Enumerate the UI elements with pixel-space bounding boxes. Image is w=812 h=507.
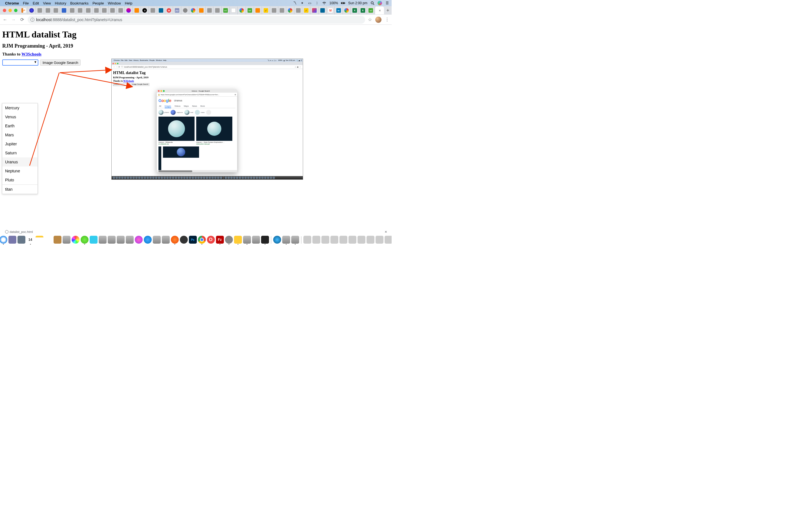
browser-tab[interactable] xyxy=(133,6,141,14)
browser-tab[interactable] xyxy=(100,6,109,14)
close-tab-icon[interactable]: ✕ xyxy=(378,9,381,12)
menu-file[interactable]: File xyxy=(23,1,29,5)
browser-tab[interactable]: php xyxy=(173,6,181,14)
dock-paintbrush[interactable] xyxy=(243,236,251,244)
browser-tab[interactable]: w3 xyxy=(221,6,230,14)
browser-tab[interactable] xyxy=(44,6,52,14)
browser-tab[interactable] xyxy=(230,6,238,14)
dock-appstore[interactable] xyxy=(144,236,152,244)
download-filename[interactable]: datalist_poc.html xyxy=(10,230,33,233)
browser-tab[interactable] xyxy=(278,6,287,14)
dock-stack[interactable] xyxy=(385,236,392,244)
browser-tab[interactable] xyxy=(294,6,303,14)
forward-button[interactable]: → xyxy=(11,17,16,22)
dock-stack[interactable] xyxy=(321,236,329,244)
dock-firefox[interactable] xyxy=(171,236,179,244)
dock-app[interactable] xyxy=(99,236,107,244)
dock-app[interactable] xyxy=(252,236,260,244)
browser-tab[interactable] xyxy=(157,6,165,14)
dock-itunes[interactable] xyxy=(135,236,143,244)
menu-edit[interactable]: Edit xyxy=(33,1,39,5)
datalist-option-pluto[interactable]: Pluto xyxy=(2,175,38,184)
maximize-window-button[interactable] xyxy=(14,9,17,12)
dock-stack[interactable] xyxy=(349,236,356,244)
dock-messages[interactable] xyxy=(81,236,89,244)
download-close-icon[interactable]: ✕ xyxy=(385,230,387,234)
browser-tab[interactable] xyxy=(52,6,60,14)
chrome-menu-icon[interactable]: ⋮ xyxy=(385,17,389,22)
browser-tab[interactable] xyxy=(189,6,197,14)
datalist-option-jupiter[interactable]: Jupiter xyxy=(2,139,38,149)
browser-tab[interactable] xyxy=(181,6,190,14)
dock-stack[interactable] xyxy=(340,236,347,244)
datalist-option-mercury[interactable]: Mercury xyxy=(2,103,38,112)
site-info-icon[interactable]: i xyxy=(31,18,35,22)
menu-view[interactable]: View xyxy=(43,1,51,5)
dock-quicktime[interactable] xyxy=(273,236,281,244)
browser-tab[interactable] xyxy=(310,6,319,14)
browser-tab[interactable] xyxy=(270,6,278,14)
dock-notes[interactable] xyxy=(36,236,43,244)
dock-app[interactable] xyxy=(162,236,170,244)
browser-tab[interactable] xyxy=(197,6,206,14)
browser-tab[interactable]: in xyxy=(335,6,343,14)
dock-app[interactable] xyxy=(180,236,188,244)
dock-safari[interactable] xyxy=(0,236,7,244)
address-bar[interactable]: i localhost:8888/datalist_poc.html?plane… xyxy=(28,16,365,24)
minimize-window-button[interactable] xyxy=(8,9,12,12)
browser-tab[interactable]: cP xyxy=(20,6,28,14)
browser-tab[interactable]: M xyxy=(326,6,335,14)
browser-tab[interactable] xyxy=(68,6,77,14)
browser-tab-active[interactable]: ✕ xyxy=(375,6,384,14)
dock-stack[interactable] xyxy=(331,236,338,244)
browser-tab[interactable]: M xyxy=(165,6,173,14)
browser-tab[interactable] xyxy=(76,6,84,14)
datalist-option-uranus[interactable]: Uranus xyxy=(2,158,38,166)
menubar-app-name[interactable]: Chrome xyxy=(5,1,19,5)
dock-stack[interactable] xyxy=(303,236,311,244)
datalist-option-mars[interactable]: Mars xyxy=(2,130,38,139)
dock-app[interactable] xyxy=(126,236,134,244)
dock-photos[interactable] xyxy=(71,236,80,244)
dock-app[interactable] xyxy=(90,236,98,244)
dock-chrome[interactable] xyxy=(198,236,206,244)
bookmark-star-icon[interactable]: ☆ xyxy=(368,17,372,22)
browser-tab[interactable] xyxy=(319,6,327,14)
dock-app[interactable] xyxy=(108,236,116,244)
datalist-option-neptune[interactable]: Neptune xyxy=(2,166,38,175)
menu-help[interactable]: Help xyxy=(125,1,133,5)
menubar-clock[interactable]: Sun 2:00 pm xyxy=(348,1,367,5)
dock-app[interactable] xyxy=(153,236,161,244)
browser-tab[interactable] xyxy=(124,6,133,14)
siri-icon[interactable] xyxy=(377,1,382,5)
dock-stack[interactable] xyxy=(312,236,320,244)
menu-history[interactable]: History xyxy=(55,1,66,5)
datalist-option-earth[interactable]: Earth xyxy=(2,121,38,130)
dock-app[interactable] xyxy=(8,236,16,244)
datalist-option-venus[interactable]: Venus xyxy=(2,112,38,121)
browser-tab[interactable]: w3 xyxy=(246,6,254,14)
dock-stack[interactable] xyxy=(366,236,374,244)
dock-stack[interactable] xyxy=(375,236,384,244)
wifi-icon[interactable] xyxy=(322,1,326,5)
w3schools-link[interactable]: W3Schools xyxy=(21,52,42,56)
dock-app[interactable] xyxy=(234,236,242,244)
dock-app[interactable] xyxy=(282,236,290,244)
dock-opera[interactable]: O xyxy=(207,236,215,244)
browser-tab[interactable]: X xyxy=(351,6,359,14)
menubar-status-icon[interactable]: ✴ xyxy=(300,1,305,5)
bluetooth-icon[interactable]: ᛒ xyxy=(315,1,319,5)
dock-app[interactable] xyxy=(54,236,61,244)
browser-tab[interactable] xyxy=(213,6,221,14)
browser-tab[interactable] xyxy=(286,6,294,14)
browser-tab[interactable] xyxy=(84,6,93,14)
profile-avatar[interactable] xyxy=(375,17,382,23)
browser-tab[interactable] xyxy=(206,6,214,14)
dock-filezilla[interactable]: Fz xyxy=(216,236,224,244)
browser-tab[interactable] xyxy=(60,6,68,14)
planet-datalist-input[interactable]: ▼ xyxy=(2,59,38,66)
image-search-button[interactable]: Image Google Search xyxy=(40,59,81,66)
browser-tab[interactable]: X xyxy=(359,6,367,14)
airplay-icon[interactable]: ▭ xyxy=(307,1,312,5)
reload-button[interactable]: ⟳ xyxy=(19,17,25,22)
